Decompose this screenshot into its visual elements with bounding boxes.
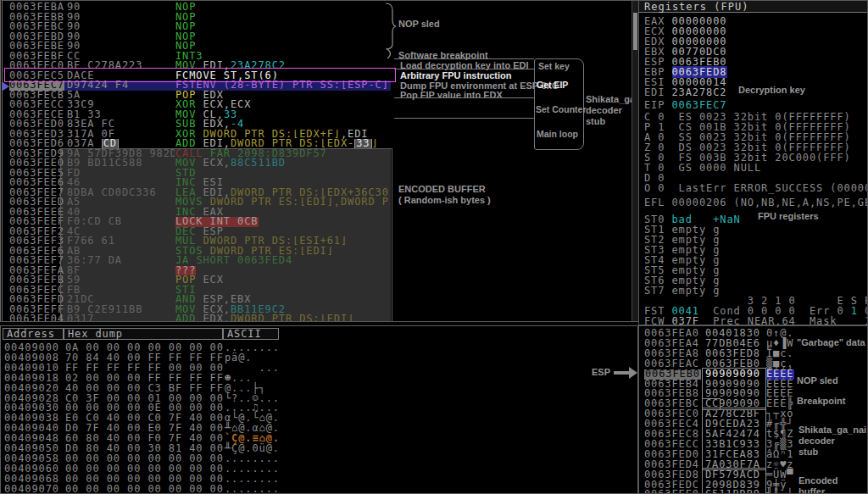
- disasm-row[interactable]: 90NOP0063FEBD: [3, 32, 639, 42]
- ollydbg-screen: 90NOP0063FEBA90NOP0063FEBB90NOP0063FEBC9…: [0, 0, 868, 494]
- register-line[interactable]: EFL 00000206 (NO,NB,NE,A,NS,PE,GE,G): [644, 197, 868, 208]
- register-line[interactable]: FCW 037F Prec NEAR,64 Mask 1 1: [644, 316, 868, 325]
- disasm-row[interactable]: 8F???0063FEFA: [3, 266, 639, 276]
- text-segment: DWORD PTR DS:[EDI]: [231, 314, 354, 322]
- text-segment: DWORD PTR ES:[EDI]: [210, 247, 334, 257]
- hex-bytes-cell: FD: [67, 169, 175, 179]
- text-segment: 8DBA CD0DC336: [67, 188, 157, 198]
- disasm-row[interactable]: 40INC EAX0063FEEE: [3, 208, 639, 218]
- disasm-row[interactable]: A5MOVS DWORD PTR ES:[EDI],DWORD PTR DS:[…: [3, 197, 639, 208]
- disasm-row[interactable]: 90NOP0063FEBC: [3, 22, 639, 32]
- text-segment: NOP: [175, 22, 196, 32]
- hex-bytes-cell: 90: [67, 22, 175, 32]
- hex-bytes-cell: F766 61: [67, 236, 175, 247]
- disasm-row[interactable]: 4CDEC ESP0063FEF2: [3, 227, 639, 237]
- disassembly-panel[interactable]: 90NOP0063FEBA90NOP0063FEBB90NOP0063FEBC9…: [0, 0, 640, 322]
- register-line[interactable]: EDI 23A278C2: [644, 87, 727, 97]
- text-segment: O 0 LastErr ERROR_SUCCESS (00000000: [644, 182, 868, 194]
- instruction-cell: POP EDX: [175, 91, 389, 101]
- hex-bytes-cell: 33C9: [67, 100, 175, 110]
- disasm-row[interactable]: ABSTOS DWORD PTR ES:[EDI]0063FEF6: [3, 247, 639, 257]
- annotation-stack-encoded-1: Encoded: [798, 475, 837, 486]
- text-segment: DWORD PTR DS:[EDX-: [231, 139, 354, 149]
- disasm-row[interactable]: 8DBA CD0DC336LEA EDI,DWORD PTR DS:[EDX+3…: [3, 188, 639, 198]
- disasm-row[interactable]: 90NOP0063FEBE: [3, 42, 639, 52]
- text-segment: POP: [175, 91, 203, 101]
- hexdump-header-hex[interactable]: Hex dump: [64, 328, 223, 340]
- annotation-nop-sled: NOP sled: [398, 19, 440, 29]
- text-segment: 4C: [67, 227, 81, 237]
- text-segment: 90: [67, 13, 81, 23]
- group-line-4: [394, 118, 534, 119]
- instruction-cell: STI: [175, 286, 389, 296]
- hex-bytes-cell: 40: [67, 208, 175, 218]
- instruction-cell: XOR DWORD PTR DS:[EDX+F],EDI: [175, 130, 389, 140]
- esp-arrow-shaft: [614, 371, 629, 375]
- text-segment: STD: [175, 169, 196, 179]
- disasm-row[interactable]: 21DCAND ESP,EBX0063FEFD: [3, 295, 639, 305]
- instruction-cell: STOS DWORD PTR ES:[EDI]: [175, 247, 389, 257]
- disasm-row[interactable]: 90NOP0063FEBB: [3, 13, 639, 23]
- text-segment: EDX: [203, 91, 224, 101]
- instruction-cell: INC ESI: [175, 178, 389, 188]
- disasm-row[interactable]: 90NOP0063FEBA: [3, 3, 639, 13]
- text-segment: Prec NEAR,64 Mask 1 1: [699, 315, 868, 325]
- text-segment: EDI: [644, 86, 672, 98]
- text-segment: NOP: [175, 42, 196, 52]
- disasm-row[interactable]: FBSTI0063FEFC: [3, 286, 639, 296]
- text-segment: 037A: [67, 139, 102, 149]
- hexdump-header-address[interactable]: Address: [3, 328, 64, 340]
- text-segment: 36:77 DA: [67, 256, 122, 266]
- hex-bytes-cell: 9A 57DF39D8 982D: [67, 149, 175, 159]
- text-segment: 46: [67, 178, 81, 188]
- text-segment: F0:CD CB: [67, 217, 122, 227]
- hex-bytes-cell: F0:CD CB: [67, 217, 175, 227]
- disasm-row[interactable]: F0:CD CBLOCK INT 0CB0063FEEF: [3, 217, 639, 227]
- disasm-row[interactable]: 46INC ESI0063FEE6: [3, 178, 639, 188]
- text-segment: CD: [102, 139, 119, 149]
- text-segment: DWORD PTR DS:[EDX+F]: [203, 130, 342, 140]
- hex-bytes-cell: 4C: [67, 227, 175, 237]
- text-segment: SUB: [175, 119, 203, 130]
- disasm-row[interactable]: FDSTD0063FEE5: [3, 169, 639, 179]
- text-segment: FCW: [644, 315, 672, 325]
- annotation-encoded-buffer: ENCODED BUFFER: [398, 184, 486, 194]
- label-main-loop: Main loop: [537, 129, 578, 139]
- hexdump-panel[interactable]: Address Hex dump ASCII 004090000A 00 00 …: [0, 325, 638, 494]
- disasm-row[interactable]: 9A 57DF39D8 982DCALL FAR 2098:D839DF5700…: [3, 149, 639, 159]
- text-segment: STOS: [175, 247, 210, 257]
- text-segment: NOP: [175, 32, 196, 42]
- breakpoint-paren-icon: [386, 48, 394, 59]
- register-line[interactable]: O 0 LastErr ERROR_SUCCESS (00000000: [644, 183, 868, 193]
- instruction-cell: NOP: [175, 42, 389, 52]
- hex-bytes-cell: 8F: [67, 266, 175, 276]
- disasm-row[interactable]: 0317ADD EDX,DWORD PTR DS:[EDI]0063FF04: [3, 314, 639, 322]
- disasm-row[interactable]: 36:77 DAJA SHORT 0063FED40063FEF7: [3, 256, 639, 266]
- disasm-row[interactable]: F766 61MUL DWORD PTR DS:[ESI+61]0063FEF3: [3, 236, 639, 247]
- hex-bytes-cell: CC: [67, 52, 175, 62]
- text-segment: 40: [67, 208, 81, 218]
- registers-panel[interactable]: Registers (FPU) EAX 00000000ECX 00000000…: [638, 0, 868, 325]
- instruction-cell: AND ESP,EBX: [175, 295, 389, 305]
- text-segment: F766 61: [67, 236, 115, 247]
- text-segment: 037F: [672, 315, 700, 325]
- instruction-cell: POP ECX: [175, 275, 389, 286]
- instruction-cell: DEC ESP: [175, 227, 389, 237]
- disasm-row[interactable]: B9 BD11C588MOV ECX,88C511BD0063FEE0: [3, 158, 639, 169]
- disassembly-scrollbar[interactable]: [632, 1, 638, 321]
- address-cell: 0063FF04: [9, 314, 64, 322]
- disasm-row[interactable]: B9 C2E911BBMOV ECX,BB11E9C20063FEFF: [3, 305, 639, 315]
- text-segment: ESP,EBX: [203, 295, 252, 305]
- instruction-cell: LOCK INT 0CB: [175, 217, 389, 227]
- text-segment: 5A: [67, 91, 81, 101]
- disasm-row[interactable]: 59POP ECX0063FEFB: [3, 275, 639, 286]
- text-segment: 83EA FC: [67, 119, 115, 130]
- text-segment: ADD: [175, 139, 203, 149]
- register-line[interactable]: EIP 0063FEC7: [644, 100, 727, 110]
- hex-bytes-cell: 83EA FC: [67, 119, 175, 130]
- stack-panel[interactable]: 0063FEA0004018300↑@.0063FEA477DB04E6µ♦▐W…: [638, 325, 868, 494]
- text-segment: LEA: [175, 188, 203, 198]
- instruction-cell: NOP: [175, 22, 389, 32]
- hexdump-header-ascii[interactable]: ASCII: [223, 328, 279, 340]
- scrollbar-thumb[interactable]: [633, 13, 637, 50]
